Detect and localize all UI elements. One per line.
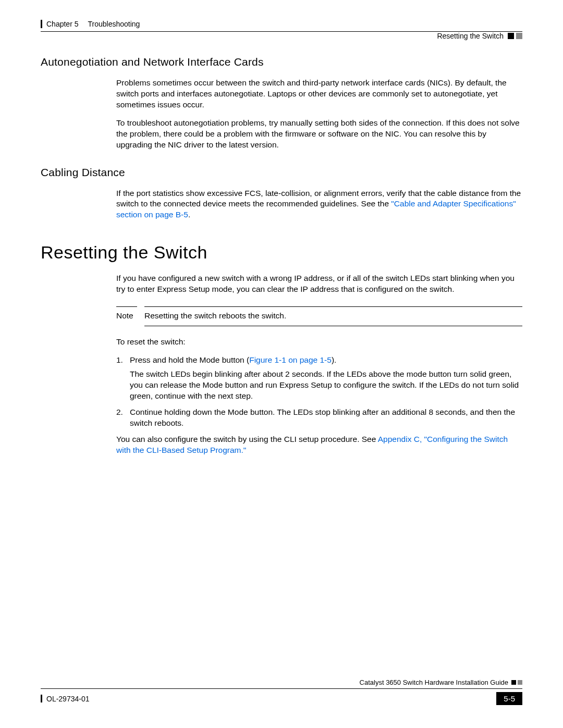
footer-bar-icon xyxy=(41,695,42,702)
list-item: 2. Continue holding down the Mode button… xyxy=(116,407,522,429)
paragraph: If the port statistics show excessive FC… xyxy=(116,188,522,221)
link-figure-1-1[interactable]: Figure 1-1 on page 1-5 xyxy=(249,355,332,364)
square-gray-icon xyxy=(518,680,522,685)
ordered-list: 1. Press and hold the Mode button (Figur… xyxy=(116,355,522,366)
ordered-list: 2. Continue holding down the Mode button… xyxy=(116,407,522,429)
paragraph: To troubleshoot autonegotiation problems… xyxy=(116,118,522,151)
list-body: Continue holding down the Mode button. T… xyxy=(130,407,522,429)
paragraph: If you have configured a new switch with… xyxy=(116,273,522,295)
chapter-number: Chapter 5 xyxy=(46,20,78,28)
paragraph: Problems sometimes occur between the swi… xyxy=(116,78,522,110)
page-number: 5-5 xyxy=(496,692,522,705)
note-label: Note xyxy=(116,306,137,320)
text: You can also configure the switch by usi… xyxy=(116,435,378,443)
footer-left: OL-29734-01 xyxy=(41,695,90,703)
text: Press and hold the Mode button ( xyxy=(130,355,249,364)
chapter-title: Troubleshooting xyxy=(88,20,140,28)
list-number: 1. xyxy=(116,355,130,366)
text: . xyxy=(188,210,190,219)
paragraph: To reset the switch: xyxy=(116,337,522,348)
header-right: Resetting the Switch xyxy=(41,32,522,40)
header-bar-icon xyxy=(41,20,42,28)
section-label: Resetting the Switch xyxy=(437,32,504,40)
footer: Catalyst 3650 Switch Hardware Installati… xyxy=(41,678,522,705)
heading-cabling: Cabling Distance xyxy=(41,166,522,179)
note-content: Resetting the switch reboots the switch. xyxy=(144,306,522,326)
heading-autonegotiation: Autonegotiation and Network Interface Ca… xyxy=(41,56,522,68)
square-black-icon xyxy=(511,680,516,685)
paragraph: You can also configure the switch by usi… xyxy=(116,434,522,456)
heading-resetting: Resetting the Switch xyxy=(41,242,522,263)
list-sub-paragraph: The switch LEDs begin blinking after abo… xyxy=(130,369,522,402)
list-number: 2. xyxy=(116,407,130,429)
doc-id: OL-29734-01 xyxy=(46,695,90,703)
note-block: Note Resetting the switch reboots the sw… xyxy=(116,306,522,326)
list-body: Press and hold the Mode button (Figure 1… xyxy=(130,355,522,366)
footer-rule xyxy=(41,688,522,689)
square-gray-icon xyxy=(516,33,522,39)
text: ). xyxy=(332,355,336,364)
footer-bottom-row: OL-29734-01 5-5 xyxy=(41,692,522,705)
footer-guide-title: Catalyst 3650 Switch Hardware Installati… xyxy=(360,678,508,686)
square-black-icon xyxy=(508,33,514,39)
list-item: 1. Press and hold the Mode button (Figur… xyxy=(116,355,522,366)
header-left: Chapter 5 Troubleshooting xyxy=(41,20,522,28)
footer-title-row: Catalyst 3650 Switch Hardware Installati… xyxy=(41,678,522,686)
